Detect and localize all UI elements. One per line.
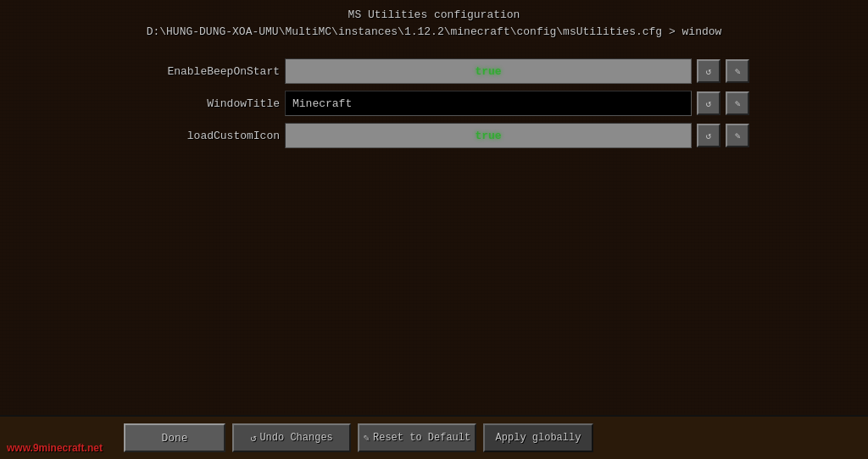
- reset-enablebeeponstart-button[interactable]: ↺: [697, 59, 721, 83]
- label-windowtitle: WindowTitle: [119, 97, 280, 110]
- title-bar: MS Utilities configuration D:\HUNG-DUNG-…: [0, 0, 868, 43]
- reset-loadcustomicon-button[interactable]: ↺: [697, 124, 721, 147]
- undo-label: Undo Changes: [259, 432, 332, 444]
- title-line2: D:\HUNG-DUNG-XOA-UMU\MultiMC\instances\1…: [0, 24, 868, 41]
- value-windowtitle[interactable]: Minecraft: [285, 91, 692, 116]
- apply-globally-button[interactable]: Apply globally: [483, 423, 593, 452]
- config-row-windowtitle: WindowTitle Minecraft ↺ ✎: [119, 89, 749, 118]
- bottom-bar: www.9minecraft.net Done ↺ Undo Changes ✎…: [0, 415, 868, 459]
- reset-to-default-button[interactable]: ✎ Reset to Default: [358, 423, 476, 452]
- config-row-loadcustomicon: loadCustomIcon true ↺ ✎: [119, 121, 749, 150]
- edit-enablebeeponstart-button[interactable]: ✎: [726, 59, 749, 83]
- config-area: EnableBeepOnStart true ↺ ✎ WindowTitle M…: [0, 43, 868, 415]
- config-row-enablebeeponstart: EnableBeepOnStart true ↺ ✎: [119, 57, 749, 86]
- reset-icon: ✎: [364, 432, 370, 445]
- value-enablebeeponstart[interactable]: true: [285, 58, 692, 84]
- undo-button[interactable]: ↺ Undo Changes: [232, 423, 351, 452]
- watermark: www.9minecraft.net: [7, 442, 103, 454]
- apply-label: Apply globally: [496, 432, 581, 444]
- edit-windowtitle-button[interactable]: ✎: [726, 91, 749, 115]
- undo-icon: ↺: [250, 432, 256, 445]
- done-label: Done: [161, 432, 187, 445]
- reset-windowtitle-button[interactable]: ↺: [697, 91, 721, 115]
- reset-label: Reset to Default: [373, 432, 470, 444]
- title-line1: MS Utilities configuration: [0, 7, 868, 24]
- main-container: MS Utilities configuration D:\HUNG-DUNG-…: [0, 0, 868, 459]
- edit-loadcustomicon-button[interactable]: ✎: [726, 124, 749, 147]
- label-enablebeeponstart: EnableBeepOnStart: [119, 65, 280, 78]
- done-button[interactable]: Done: [124, 423, 225, 452]
- value-loadcustomicon[interactable]: true: [285, 123, 692, 148]
- label-loadcustomicon: loadCustomIcon: [119, 130, 280, 142]
